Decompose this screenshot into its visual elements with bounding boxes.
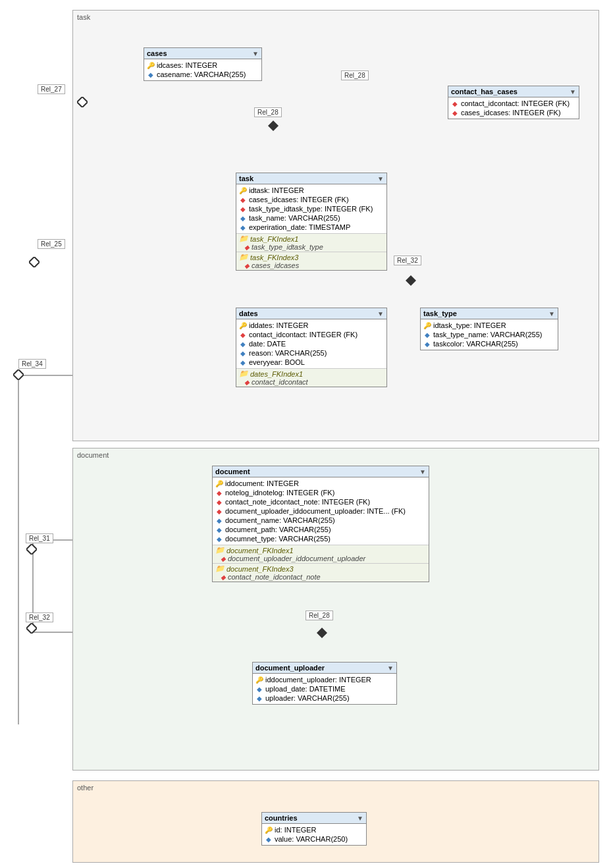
dates-table: dates ▼ 🔑 iddates: INTEGER ◆ contact_idc… [236,308,387,387]
doc-field-2-text: contact_note_idcontact_note: INTEGER (FK… [225,498,370,506]
countries-field-1-text: value: VARCHAR(250) [275,835,348,843]
rel-28-label-b: Rel_28 [254,107,282,117]
task-table-header[interactable]: task ▼ [236,173,386,184]
rel-28-label-c: Rel_28 [306,610,333,620]
key-icon: 🔑 [423,321,431,329]
document-table: document ▼ 🔑 iddocument: INTEGER ◆ notel… [212,466,429,582]
doc-uploader-name: document_uploader [255,664,325,672]
contact-has-cases-dropdown[interactable]: ▼ [570,88,576,95]
dates-fkindex1: 📁 dates_FKIndex1 ◆ contact_idcontact [236,368,386,387]
dates-field-4-text: everyyear: BOOL [249,358,305,366]
task-fkindex3: 📁 task_FKIndex3 ◆ cases_idcases [236,252,386,270]
task-table-body: 🔑 idtask: INTEGER ◆ cases_idcases: INTEG… [236,184,386,233]
task-field-0-text: idtask: INTEGER [249,186,304,194]
cases-table-header[interactable]: cases ▼ [144,48,261,59]
document-table-body: 🔑 iddocument: INTEGER ◆ notelog_idnotelo… [213,477,429,545]
task-type-dropdown[interactable]: ▼ [548,310,555,317]
rel-34-label: Rel_34 [18,359,46,369]
task-field-4-text: experiration_date: TIMESTAMP [249,223,350,231]
doc-fkindex3-field: contact_note_idcontact_note [228,573,321,581]
field-icon: ◆ [215,535,223,543]
countries-header[interactable]: countries ▼ [262,813,366,824]
doc-field-3-text: document_uploader_iddocument_uploader: I… [225,507,406,515]
key-icon: 🔑 [215,479,223,487]
key-icon: 🔑 [239,186,247,194]
cases-dropdown-icon[interactable]: ▼ [252,50,259,57]
key-icon: 🔑 [239,321,247,329]
doc-uploader-dropdown[interactable]: ▼ [387,665,394,672]
task-field-3: ◆ task_name: VARCHAR(255) [236,213,386,223]
doc-field-1-text: notelog_idnotelog: INTEGER (FK) [225,489,334,497]
rel-34-diamond [13,369,24,381]
countries-field-0-text: id: INTEGER [275,826,317,834]
doc-field-1: ◆ notelog_idnotelog: INTEGER (FK) [213,488,429,497]
dates-field-0-text: iddates: INTEGER [249,321,308,329]
doc-fkindex3-header: 📁 document_FKIndex3 [215,564,426,573]
rel-32-diamond-doc [26,623,37,635]
task-type-name: task_type [423,310,457,317]
key-icon: 🔑 [265,826,273,834]
task-fkindex1-item-0: ◆ task_type_idtask_type [239,243,384,251]
cases-table-body: 🔑 idcases: INTEGER ◆ casename: VARCHAR(2… [144,59,261,80]
fk-icon: ◆ [239,205,247,213]
task-fkindex3-field: cases_idcases [252,261,299,269]
doc-field-4: ◆ document_name: VARCHAR(255) [213,516,429,525]
svg-marker-20 [29,257,40,267]
task-field-1: ◆ cases_idcases: INTEGER (FK) [236,195,386,204]
dates-field-3: ◆ reason: VARCHAR(255) [236,348,386,358]
fk-icon: ◆ [215,489,223,497]
key-icon: 🔑 [147,61,155,69]
key-icon: 🔑 [255,676,263,684]
fk-icon: ◆ [221,555,226,562]
tt-field-1-text: task_type_name: VARCHAR(255) [433,331,542,339]
rel-28-diamond-doc [317,628,327,639]
document-section-label: document [77,451,109,459]
doc-field-0-text: iddocument: INTEGER [225,479,299,487]
svg-marker-23 [26,544,37,555]
cases-field-1-text: casename: VARCHAR(255) [157,70,246,78]
chc-field-0-text: contact_idcontact: INTEGER (FK) [461,99,570,107]
rel-31-label: Rel_31 [26,533,53,543]
rel-27-diamond [77,97,88,109]
fk-icon: ◆ [239,196,247,203]
svg-marker-19 [77,97,88,107]
task-dropdown[interactable]: ▼ [377,175,384,182]
dates-table-name: dates [239,310,258,317]
dates-field-0: 🔑 iddates: INTEGER [236,321,386,330]
fk-icon: ◆ [239,331,247,339]
dates-table-header[interactable]: dates ▼ [236,308,386,319]
doc-fkindex3-name: document_FKIndex3 [226,565,294,573]
task-type-header[interactable]: task_type ▼ [421,308,558,319]
countries-field-0: 🔑 id: INTEGER [262,825,366,834]
rel-32-label-a: Rel_32 [394,256,421,265]
rel-32-diamond [406,275,416,287]
contact-has-cases-table: contact_has_cases ▼ ◆ contact_idcontact:… [448,86,579,119]
document-table-header[interactable]: document ▼ [213,466,429,477]
dates-fkindex1-header: 📁 dates_FKIndex1 [239,369,384,378]
doc-uploader-header[interactable]: document_uploader ▼ [253,663,396,674]
doc-field-0: 🔑 iddocument: INTEGER [213,479,429,488]
doc-fkindex1-name: document_FKIndex1 [226,547,294,555]
doc-fkindex1-item-0: ◆ document_uploader_iddocument_uploader [215,555,426,562]
dates-field-3-text: reason: VARCHAR(255) [249,349,327,357]
fk-icon: ◆ [451,109,459,117]
fk-icon: ◆ [244,379,250,386]
doc-field-2: ◆ contact_note_idcontact_note: INTEGER (… [213,497,429,506]
cases-field-0-text: idcases: INTEGER [157,61,217,69]
task-fkindex1: 📁 task_FKIndex1 ◆ task_type_idtask_type [236,233,386,252]
du-field-2-text: uploader: VARCHAR(255) [265,694,350,702]
task-fkindex3-header: 📁 task_FKIndex3 [239,253,384,261]
cases-table-name: cases [147,49,167,57]
contact-has-cases-name: contact_has_cases [451,88,518,95]
field-icon: ◆ [239,358,247,366]
document-dropdown[interactable]: ▼ [419,468,426,475]
folder-icon: 📁 [239,369,248,378]
doc-field-6: ◆ documnet_type: VARCHAR(255) [213,534,429,543]
countries-dropdown[interactable]: ▼ [357,815,363,822]
rel-28-label-a: Rel_28 [341,70,369,80]
folder-icon: 📁 [215,546,225,555]
task-fkindex1-field: task_type_idtask_type [252,243,323,251]
contact-has-cases-header[interactable]: contact_has_cases ▼ [448,86,579,97]
task-table-name: task [239,175,253,182]
dates-dropdown[interactable]: ▼ [377,310,384,317]
